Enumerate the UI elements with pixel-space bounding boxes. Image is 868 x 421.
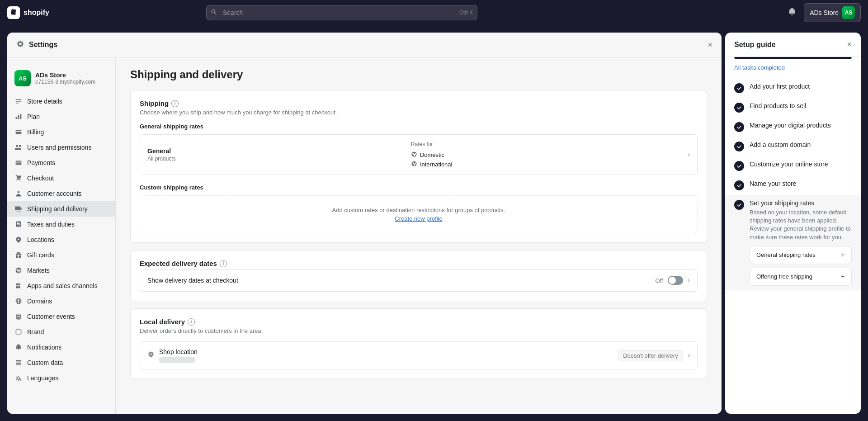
payments-icon [14,159,23,167]
shipping-icon [14,205,23,213]
store-switcher-button[interactable]: ADs Store AS [804,3,861,22]
all-tasks-label: All tasks completed [725,64,861,75]
local-delivery-info-icon[interactable]: i [188,318,195,326]
sidebar-item-markets[interactable]: Markets [7,263,115,278]
sidebar-item-plan[interactable]: Plan [7,109,115,124]
general-rates-chevron: › [688,151,690,159]
brand-icon [14,328,23,336]
delivery-dates-info-icon[interactable]: i [220,260,227,267]
users-label: Users and permissions [27,144,91,151]
billing-icon [14,128,23,136]
setup-guide-tasks: Add your first product Find products to … [725,75,861,414]
sidebar-item-payments[interactable]: Payments [7,155,115,170]
task-name-store[interactable]: Name your store [725,175,861,195]
notifications-label: Notifications [27,344,61,351]
task-customize-store-content: Customize your online store [750,161,852,168]
local-delivery-card: Local delivery i Deliver orders directly… [130,308,707,379]
custom-data-label: Custom data [27,359,63,366]
taxes-label: Taxes and duties [27,221,75,228]
billing-label: Billing [27,128,44,136]
sidebar-item-apps-channels[interactable]: Apps and sales channels [7,278,115,293]
search-icon [211,9,217,17]
delivery-dates-chevron: › [688,276,690,284]
checkout-label: Checkout [27,175,54,182]
sidebar-item-custom-data[interactable]: Custom data [7,355,115,370]
task-shipping-rates[interactable]: Set your shipping rates Based on your lo… [725,195,861,290]
sidebar-item-languages[interactable]: Languages [7,370,115,386]
sidebar-item-brand[interactable]: Brand [7,324,115,340]
store-details-icon [14,97,23,105]
store-name-label: ADs Store [810,9,839,16]
sidebar-store-domain: e71156-3.myshopify.com [35,79,95,85]
markets-label: Markets [27,267,50,274]
sidebar-item-notifications[interactable]: Notifications [7,340,115,355]
sidebar-item-customer-events[interactable]: Customer events [7,309,115,324]
general-shipping-rate-row[interactable]: General All products Rates for Domestic [140,134,698,175]
offering-free-shipping-action-button[interactable]: Offering free shipping + [750,268,852,286]
shop-location-left: Shop location [147,348,198,363]
customer-accounts-label: Customer accounts [27,190,82,197]
task-digital-products[interactable]: Manage your digital products [725,117,861,137]
setup-guide-title: Setup guide [734,41,776,49]
task-name-store-label: Name your store [750,180,852,187]
domestic-rate-item: Domestic [411,151,453,159]
store-details-label: Store details [27,98,62,105]
settings-gear-icon [16,40,24,50]
sidebar-item-store-details[interactable]: Store details [7,94,115,109]
delivery-dates-toggle-row[interactable]: Show delivery dates at checkout Off › [140,269,698,292]
settings-body: AS ADs Store e71156-3.myshopify.com Stor… [7,57,722,414]
shipping-card-subtitle: Choose where you ship and how much you c… [140,109,698,116]
delivery-dates-title: Expected delivery dates i [140,260,698,267]
notifications-bell-button[interactable] [786,5,798,20]
gift-cards-label: Gift cards [27,251,54,259]
settings-close-button[interactable]: × [708,41,712,49]
free-shipping-action-label: Offering free shipping [756,273,812,280]
store-details-text: ADs Store e71156-3.myshopify.com [35,71,95,85]
plan-icon [14,113,23,121]
settings-modal: Settings × AS ADs Store e71156-3.myshopi… [7,33,722,414]
task-custom-domain[interactable]: Add a custom domain [725,137,861,156]
custom-rates-text: Add custom rates or destination restrict… [332,207,505,213]
task-shipping-rates-label: Set your shipping rates [750,199,852,207]
checkout-icon [14,174,23,182]
setup-guide-close-button[interactable]: × [847,40,852,49]
customer-accounts-icon [14,189,23,198]
task-check-customize [734,161,744,171]
shipping-info-icon[interactable]: i [171,100,179,107]
settings-sidebar: AS ADs Store e71156-3.myshopify.com Stor… [7,57,116,414]
shop-location-name: Shop location [159,348,198,355]
sidebar-item-taxes[interactable]: Taxes and duties [7,217,115,232]
task-check-find-products [734,103,744,113]
general-shipping-rates-action-button[interactable]: General shipping rates + [750,246,852,264]
task-digital-products-content: Manage your digital products [750,122,852,129]
shop-location-row[interactable]: Shop location Doesn't offer delivery › [140,341,698,369]
task-check-digital [734,122,744,132]
domestic-globe-icon [411,151,417,159]
task-add-product[interactable]: Add your first product [725,78,861,98]
task-customize-store[interactable]: Customize your online store [725,156,861,175]
task-digital-products-label: Manage your digital products [750,122,852,129]
sidebar-item-shipping[interactable]: Shipping and delivery [7,201,115,217]
delivery-dates-toggle-button[interactable] [668,276,683,285]
task-custom-domain-content: Add a custom domain [750,141,852,148]
setup-progress-bar [734,57,852,59]
sidebar-item-billing[interactable]: Billing [7,124,115,140]
sidebar-item-customer-accounts[interactable]: Customer accounts [7,186,115,201]
task-add-product-content: Add your first product [750,83,852,90]
task-check-name [734,180,744,190]
sidebar-item-checkout[interactable]: Checkout [7,170,115,186]
search-input[interactable] [206,5,477,20]
create-new-profile-link[interactable]: Create new profile [151,215,686,222]
task-customize-store-label: Customize your online store [750,161,852,168]
sidebar-item-locations[interactable]: Locations [7,232,115,247]
search-bar[interactable]: Ctrl K [206,5,477,20]
topnav-right: ADs Store AS [786,3,861,22]
languages-label: Languages [27,374,58,382]
sidebar-item-gift-cards[interactable]: Gift cards [7,247,115,263]
task-find-products-label: Find products to sell [750,102,852,109]
task-find-products[interactable]: Find products to sell [725,98,861,117]
international-globe-icon [411,161,417,168]
task-shipping-actions: General shipping rates + Offering free s… [750,246,852,286]
sidebar-item-users[interactable]: Users and permissions [7,140,115,155]
sidebar-item-domains[interactable]: Domains [7,293,115,309]
